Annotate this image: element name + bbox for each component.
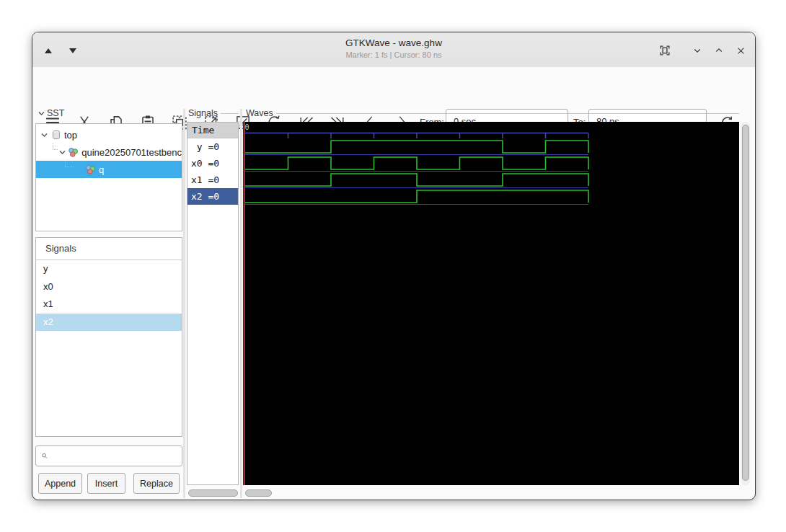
close-icon — [735, 45, 747, 57]
pane-splitter-left[interactable] — [183, 109, 185, 498]
signal-value-row[interactable]: x2 =0 — [187, 188, 238, 205]
signal-value-row[interactable]: x0 =0 — [187, 155, 238, 172]
pane-splitter-right[interactable] — [240, 109, 242, 498]
signal-item-x0[interactable]: x0 — [36, 278, 182, 296]
window-status-text: Marker: 1 fs | Cursor: 80 ns — [177, 50, 611, 59]
gtkwave-window: GTKWave - wave.ghw Marker: 1 fs | Cursor… — [32, 32, 756, 500]
maximize-button[interactable] — [710, 41, 728, 60]
waves-vertical-scrollbar[interactable] — [741, 122, 750, 485]
hierarchy-icon — [85, 164, 96, 175]
window-title: GTKWave - wave.ghw — [177, 37, 611, 48]
search-icon — [41, 451, 48, 461]
tree-item-q[interactable]: q — [36, 161, 182, 178]
values-horizontal-scrollbar[interactable] — [188, 489, 238, 497]
chevron-down-icon — [37, 110, 45, 118]
tree-item-top[interactable]: top — [36, 126, 182, 143]
hierarchy-icon — [68, 147, 79, 158]
titlebar[interactable]: GTKWave - wave.ghw Marker: 1 fs | Cursor… — [32, 32, 755, 68]
shade-down-button[interactable] — [63, 41, 82, 60]
triangle-up-icon — [45, 48, 52, 53]
signal-search[interactable] — [35, 445, 182, 466]
values-frame-label: Signals — [188, 108, 239, 118]
fit-icon — [658, 43, 672, 58]
waves-horizontal-scrollbar[interactable] — [245, 489, 272, 497]
titlebar-text: GTKWave - wave.ghw Marker: 1 fs | Cursor… — [177, 37, 611, 59]
waves-frame-label: Waves — [246, 108, 739, 118]
tree-guide — [65, 161, 74, 167]
append-button[interactable]: Append — [38, 473, 82, 494]
expander-icon[interactable] — [58, 148, 66, 156]
toolbar: From: To: — [32, 67, 755, 107]
time-header[interactable]: Time — [187, 123, 238, 138]
signal-item-y[interactable]: y — [36, 260, 182, 278]
signal-value-row[interactable]: y =0 — [187, 138, 238, 155]
fit-window-button[interactable] — [655, 41, 674, 60]
shade-up-button[interactable] — [39, 41, 58, 60]
chevron-down-icon — [691, 44, 704, 57]
waveform-svg: 0 — [243, 122, 739, 485]
close-button[interactable] — [731, 41, 750, 60]
scrollbar-thumb[interactable] — [742, 125, 749, 481]
tree-item-label: top — [64, 130, 77, 141]
expander-icon[interactable] — [40, 131, 50, 139]
signals-list-header: Signals — [36, 238, 182, 260]
replace-button[interactable]: Replace — [133, 473, 180, 494]
signal-item-x2[interactable]: x2 — [36, 314, 182, 332]
module-icon — [51, 130, 61, 140]
signals-list-panel: Signals yx0x1x2 — [35, 237, 182, 437]
insert-button[interactable]: Insert — [87, 473, 125, 494]
sst-expander[interactable]: SST — [37, 108, 64, 118]
signal-item-x1[interactable]: x1 — [36, 296, 182, 314]
sst-tree-panel[interactable]: topquine20250701testbencq — [35, 123, 182, 231]
sst-label: SST — [47, 108, 64, 118]
tree-item-label: quine20250701testbenc — [81, 147, 182, 158]
tree-item-quine20250701testbenc[interactable]: quine20250701testbenc — [36, 143, 182, 161]
signal-values-panel: Time y =0x0 =0x1 =0x2 =0 — [187, 122, 239, 485]
triangle-down-icon — [69, 48, 76, 53]
svg-text:0: 0 — [245, 123, 250, 131]
waveform-canvas[interactable]: 0 — [243, 122, 739, 485]
tree-guide — [53, 143, 58, 150]
chevron-up-icon — [712, 44, 725, 57]
tree-item-label: q — [99, 164, 104, 175]
signal-value-row[interactable]: x1 =0 — [187, 172, 238, 188]
search-input[interactable] — [52, 450, 182, 462]
minimize-button[interactable] — [688, 41, 707, 60]
